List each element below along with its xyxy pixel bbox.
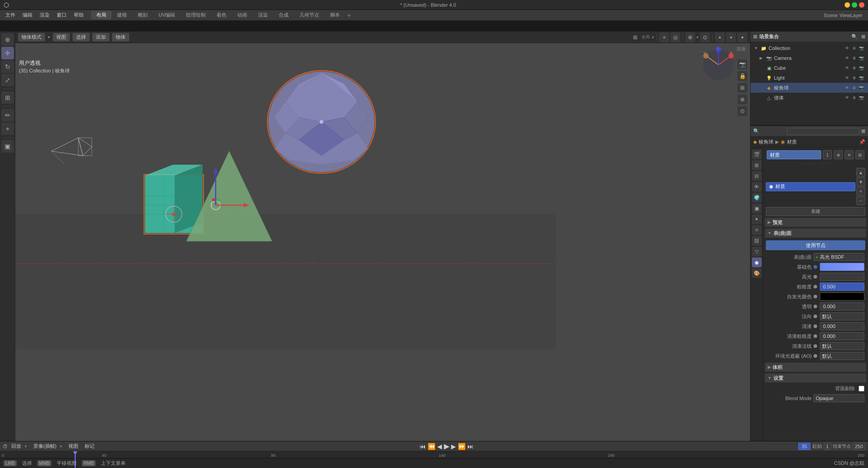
prop-tab-object[interactable]: ▣ [752,203,762,213]
prev-keyframe-btn[interactable]: ⏪ [428,443,435,450]
prop-filter-btn[interactable]: ⊞ [861,128,865,134]
viewport-select-button[interactable]: 选择 [72,33,90,41]
light-vis-btn[interactable]: 👁 [844,75,850,81]
outliner-search-icon[interactable]: 🔍 [851,34,858,40]
menu-edit[interactable]: 编辑 [19,11,36,19]
light-render-btn[interactable]: 📷 [858,75,864,81]
jieti-viewport-btn[interactable]: 🖥 [851,94,857,101]
prop-tab-material[interactable]: ◉ [752,257,762,267]
prop-tab-data[interactable]: ▽ [752,247,762,256]
prop-tab-scene[interactable]: 🎬 [752,149,762,159]
step-back-btn[interactable]: ◀ [437,443,442,450]
material-slot[interactable]: ◉ 材质 [766,182,855,191]
render-shading-btn[interactable]: ● [737,32,747,42]
tab-sculpt[interactable]: 雕刻 [132,11,153,19]
collection-viewport-btn[interactable]: 🖥 [851,45,857,51]
current-frame-display[interactable]: 35 [798,443,810,450]
tab-compositing[interactable]: 合成 [273,11,294,19]
tab-modeling[interactable]: 建模 [112,11,132,19]
sync-arrow[interactable]: ▾ [60,444,62,449]
viewport-view-button[interactable]: 视图 [53,33,70,41]
menu-help[interactable]: 帮助 [70,11,87,19]
prop-tab-shaderfx[interactable]: 🎨 [752,268,762,278]
material-shading-btn[interactable]: ● [726,32,736,42]
roughness-value[interactable]: 0.500 [820,283,864,291]
collection-vis-btn[interactable]: 👁 [844,45,850,51]
poly-sphere[interactable] [267,71,375,173]
prop-tab-particles[interactable]: ✦ [752,214,762,224]
maximize-btn[interactable] [852,2,857,8]
base-color-swatch[interactable] [820,263,864,271]
specular-value[interactable] [820,273,864,281]
viewport-canvas[interactable]: 用户透视 (35) Collection | 棱角球 X Y Z [15,43,750,441]
prop-search-input[interactable] [787,128,859,135]
mode-dropdown-arrow[interactable]: ▾ [48,35,50,40]
tab-layout[interactable]: 布局 [91,11,112,19]
lock-view-btn[interactable]: 🔒 [737,71,747,81]
tab-shading[interactable]: 着色 [211,11,232,19]
mark-menu[interactable]: 标记 [85,443,95,450]
annotate-tool[interactable]: ✏ [1,109,14,122]
mat-user-btn[interactable]: 1 [823,150,832,159]
clearcoat-roughness-value[interactable]: 0.000 [820,332,864,340]
viewport[interactable]: 物体模式 ▾ 视图 选择 添加 物体 ⊞ 全局 ▾ ⌖ ◎ ⊕ ▾ ⊙ ● [15,32,750,441]
light-viewport-btn[interactable]: 🖥 [851,75,857,81]
camera-vis-btn[interactable]: 👁 [844,55,850,61]
outliner-item-collection[interactable]: ▼ 📁 Collection 👁 🖥 📷 [750,43,868,53]
end-frame-display[interactable]: 250 [853,443,865,450]
mat-pin-btn[interactable]: 📌 [859,139,865,145]
use-nodes-btn[interactable]: 使用节点 [766,240,865,250]
cube-render-btn[interactable]: 📷 [858,65,864,71]
jump-end-btn[interactable]: ⏭ [467,443,474,450]
mat-slot-add-btn[interactable]: + [856,187,865,196]
camera-expand[interactable]: ▶ [760,56,764,60]
mat-slot-down-btn[interactable]: ▼ [856,177,865,186]
overlay-btn[interactable]: ⊕ [685,32,695,42]
normal-value[interactable]: 默认 [820,312,864,320]
outliner-item-lengjiqiu[interactable]: ◆ 棱角球 👁 🖥 📷 [750,83,868,93]
scale-tool[interactable]: ⤢ [1,74,14,86]
tab-render[interactable]: 渲染 [253,11,273,19]
outliner-item-cube[interactable]: ▣ Cube 👁 🖥 📷 [750,63,868,73]
tab-texture[interactable]: 纹理绘制 [181,11,211,19]
outliner-item-camera[interactable]: ▶ 📷 Camera 👁 🖥 📷 [750,53,868,63]
move-tool[interactable]: ✛ [1,47,14,59]
close-btn[interactable] [859,2,864,8]
surface-section-header[interactable]: ▼ 表(曲)面 [765,229,866,238]
prop-tab-view[interactable]: 👁 [752,182,762,192]
outliner-filter-icon[interactable]: ⊞ [861,34,865,40]
global-orientation-btn[interactable]: ⊞ [630,32,640,42]
next-keyframe-btn[interactable]: ⏩ [458,443,466,450]
prop-tab-renderlayer[interactable]: ⊞ [752,160,762,170]
start-frame-display[interactable]: 1 [824,443,831,450]
surface-type-value[interactable]: 高光 BSDF [814,253,864,261]
step-fwd-btn[interactable]: ▶ [451,443,456,450]
nav-gizmo-svg[interactable]: X Y Z [701,47,737,83]
local-view-btn[interactable]: ⊙ [737,106,747,116]
material-name-field[interactable]: 材质 [767,150,821,159]
playback-label[interactable]: 回放 [11,443,21,450]
blend-mode-value[interactable]: Opaque [814,394,864,402]
camera-viewport-btn[interactable]: 🖥 [851,55,857,61]
prop-tab-world[interactable]: 🌍 [752,193,762,202]
snap-btn[interactable]: ⌖ [659,32,669,42]
menu-file[interactable]: 文件 [2,11,19,19]
backface-checkbox[interactable] [859,386,864,392]
tab-animation[interactable]: 动画 [232,11,253,19]
add-cube-tool[interactable]: ▣ [1,140,14,153]
camera-view-btn[interactable]: 📷 [737,59,747,69]
mat-filter-btn[interactable]: ⊞ [855,150,864,159]
prop-tab-physics[interactable]: ⚛ [752,225,762,235]
preview-section-header[interactable]: ▶ 预览 [765,218,866,227]
minimize-btn[interactable] [845,2,850,8]
cube-viewport-btn[interactable]: 🖥 [851,65,857,71]
collection-expand[interactable]: ▼ [754,46,759,50]
proportional-edit-btn[interactable]: ◎ [670,32,680,42]
add-workspace-btn[interactable]: + [347,12,351,19]
tab-uv[interactable]: UV编辑 [153,11,181,19]
cursor-tool[interactable]: ⊕ [1,33,14,46]
zoom-btn[interactable]: ⊕ [737,94,747,104]
volume-section-header[interactable]: ▶ 体积 [765,363,866,372]
prop-tab-output[interactable]: ⊟ [752,171,762,181]
mat-slot-remove-btn[interactable]: − [856,196,865,205]
